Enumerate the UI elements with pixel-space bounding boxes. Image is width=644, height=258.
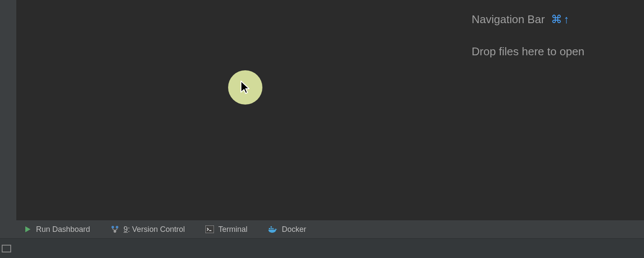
svg-rect-6 <box>271 228 272 229</box>
play-icon <box>24 225 32 233</box>
svg-rect-7 <box>272 228 274 229</box>
svg-rect-3 <box>205 225 214 233</box>
toolwindow-docker-label: Docker <box>282 225 306 234</box>
toolwindow-quick-access-button[interactable] <box>2 245 11 252</box>
left-toolwindow-stripe[interactable] <box>0 0 16 238</box>
window-rect-icon <box>2 245 11 252</box>
svg-point-0 <box>111 226 114 228</box>
cmd-key-icon: ⌘ <box>551 13 562 26</box>
svg-rect-9 <box>2 245 11 252</box>
editor-hints: Navigation Bar ⌘ ↑ Drop files here to op… <box>472 13 584 58</box>
toolwindow-terminal[interactable]: Terminal <box>205 225 247 234</box>
up-arrow-icon: ↑ <box>564 13 569 26</box>
docker-icon <box>268 225 277 233</box>
bottom-toolwindow-bar: Run Dashboard 9: Version Control Termina… <box>0 220 644 238</box>
editor-empty-area[interactable]: Navigation Bar ⌘ ↑ Drop files here to op… <box>16 0 644 220</box>
toolwindow-version-control-label: 9: Version Control <box>123 225 185 234</box>
terminal-icon <box>205 225 214 233</box>
hint-navigation-bar-row: Navigation Bar ⌘ ↑ <box>472 13 584 26</box>
svg-point-1 <box>116 226 118 228</box>
cursor-highlight-indicator <box>228 70 262 105</box>
hint-navigation-bar-shortcut: ⌘ ↑ <box>551 13 569 26</box>
toolwindow-terminal-label: Terminal <box>218 225 247 234</box>
hint-navigation-bar-label: Navigation Bar <box>472 13 545 26</box>
svg-rect-5 <box>269 228 270 229</box>
status-bar <box>0 238 644 258</box>
toolwindow-run-dashboard[interactable]: Run Dashboard <box>24 225 90 234</box>
toolwindow-docker[interactable]: Docker <box>268 225 306 234</box>
branch-icon <box>111 225 119 234</box>
toolwindow-version-control[interactable]: 9: Version Control <box>111 225 185 234</box>
arrow-pointer-icon <box>240 80 251 95</box>
hint-drop-files-label: Drop files here to open <box>472 45 584 58</box>
svg-rect-8 <box>271 226 272 228</box>
toolwindow-run-dashboard-label: Run Dashboard <box>36 225 90 234</box>
svg-point-2 <box>114 230 116 233</box>
